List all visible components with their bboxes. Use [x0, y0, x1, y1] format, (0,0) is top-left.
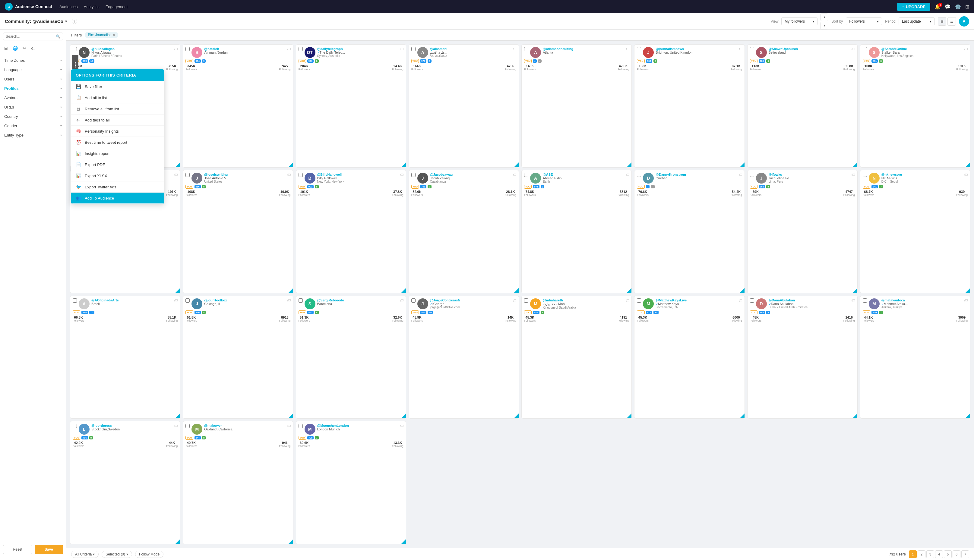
card-checkbox[interactable] — [73, 47, 77, 51]
profile-card[interactable]: M @mbahareth محد بهارث Moh... Kingdom of… — [521, 296, 632, 419]
profile-card[interactable]: D @DanaAbulaban ✓Dana Abulaban... Dubai … — [747, 296, 857, 419]
card-tag-icon[interactable]: 🏷 — [174, 173, 178, 177]
card-tag-icon[interactable]: 🏷 — [174, 424, 178, 428]
follow-mode-button[interactable]: Follow Mode — [135, 551, 163, 558]
profile-card[interactable]: S @SarahMOnline Stalker Sarah Hollywood,… — [860, 44, 971, 168]
context-menu-item-best-time-tweet[interactable]: ⏰Best time to tweet report — [71, 137, 164, 148]
filter-time-zones[interactable]: Time Zones ▾ — [0, 56, 66, 65]
card-tag-icon[interactable]: 🏷 — [400, 298, 404, 303]
card-checkbox[interactable] — [637, 173, 641, 177]
sort-desc[interactable]: ▼ — [821, 22, 828, 30]
filter-profiles[interactable]: Profiles ▾ — [0, 84, 66, 93]
card-checkbox[interactable] — [73, 298, 77, 303]
card-checkbox[interactable] — [524, 47, 528, 51]
card-checkbox[interactable] — [299, 424, 303, 428]
context-menu-item-insights-report[interactable]: 📊Insights report — [71, 148, 164, 159]
page-button-5[interactable]: 5 — [944, 550, 952, 558]
filter-language[interactable]: Language ▾ — [0, 65, 66, 75]
sort-asc[interactable]: ▲ — [821, 13, 828, 21]
card-tag-icon[interactable]: 🏷 — [625, 298, 629, 303]
card-tag-icon[interactable]: 🏷 — [174, 47, 178, 51]
card-tag-icon[interactable]: 🏷 — [625, 47, 629, 51]
card-tag-icon[interactable]: 🏷 — [739, 173, 742, 177]
page-button-1[interactable]: 1 — [909, 550, 917, 558]
card-checkbox[interactable] — [750, 47, 754, 51]
card-tag-icon[interactable]: 🏷 — [851, 173, 855, 177]
profile-card[interactable]: J @JorgeContrerasN ✓IGeorge jorge@N3xtN3… — [409, 296, 519, 419]
list-view-btn[interactable]: ☰ — [947, 17, 956, 26]
view-select[interactable]: My followers ▾ — [781, 17, 817, 25]
sort-select[interactable]: Followers ▾ — [846, 17, 882, 25]
card-checkbox[interactable] — [863, 47, 867, 51]
card-tag-icon[interactable]: 🏷 — [964, 173, 968, 177]
context-menu-item-export-twitter-ads[interactable]: 🐦Export Twitter Ads — [71, 182, 164, 193]
profile-card[interactable]: B @bataleh Amman /Jordan 🏷 YOU 934 9 345… — [183, 44, 293, 168]
card-tag-icon[interactable]: 🏷 — [400, 424, 404, 428]
context-menu-item-export-xlsx[interactable]: 📊Export XLSX — [71, 170, 164, 182]
card-tag-icon[interactable]: 🏷 — [400, 173, 404, 177]
grid-icon[interactable]: ⊞ — [965, 4, 969, 10]
nav-engagement[interactable]: Engagement — [105, 5, 128, 9]
card-tag-icon[interactable]: 🏷 — [174, 298, 178, 303]
card-tag-icon[interactable]: 🏷 — [513, 173, 516, 177]
card-checkbox[interactable] — [524, 173, 528, 177]
profile-card[interactable]: A @ASE Ahmed Eldin | ... Earth 🏷 YOU 971… — [521, 170, 632, 293]
profile-card[interactable]: J @Jacobzawaq Jacob Zawaq Casablanca 🏷 Y… — [409, 170, 519, 293]
card-checkbox[interactable] — [73, 424, 77, 428]
card-tag-icon[interactable]: 🏷 — [513, 47, 516, 51]
card-tag-icon[interactable]: 🏷 — [625, 173, 629, 177]
nav-audiences[interactable]: Audiences — [59, 5, 78, 9]
card-checkbox[interactable] — [637, 298, 641, 303]
card-tag-icon[interactable]: 🏷 — [400, 47, 404, 51]
context-menu-item-add-all-to-list[interactable]: 📋Add all to list — [71, 92, 164, 103]
card-checkbox[interactable] — [863, 298, 867, 303]
card-tag-icon[interactable]: 🏷 — [964, 298, 968, 303]
card-tag-icon[interactable]: 🏷 — [851, 298, 855, 303]
profile-card[interactable]: J @jfowks Jacqueline Fo... Lima, Peru 🏷 … — [747, 170, 857, 293]
page-button-7[interactable]: 7 — [961, 550, 969, 558]
card-checkbox[interactable] — [185, 47, 190, 51]
messages-icon[interactable]: 💬 — [945, 4, 951, 10]
card-checkbox[interactable] — [750, 298, 754, 303]
help-icon[interactable]: ? — [72, 19, 77, 24]
user-avatar[interactable]: A — [959, 16, 969, 27]
profile-card[interactable]: M @makower Oakland, California 🏷 YOU 844… — [183, 421, 293, 544]
profile-card[interactable]: M @matakanfoca ✓Mehmet Ataka... Ankara, … — [860, 296, 971, 419]
filter-users[interactable]: Users ▾ — [0, 75, 66, 84]
nav-analytics[interactable]: Analytics — [84, 5, 100, 9]
profile-card[interactable]: M @MatthewKeysLive ✓Matthew Keys Sacrame… — [634, 296, 744, 419]
filter-gender[interactable]: Gender ▾ — [0, 121, 66, 130]
filter-tag-bio[interactable]: Bio: Journalist ✕ — [85, 32, 118, 38]
profile-card[interactable]: D @DannyKronstrom Québec 🏷 YOU – – 70.6K… — [634, 170, 744, 293]
card-checkbox[interactable] — [185, 424, 190, 428]
profile-card[interactable]: A @adamsconsulting Atlanta 🏷 YOU – – 148… — [521, 44, 632, 168]
page-button-4[interactable]: 4 — [935, 550, 943, 558]
profile-card[interactable]: DT @dailytelegraph ✓The Daily Teleg... S… — [296, 44, 406, 168]
page-button-2[interactable]: 2 — [917, 550, 926, 558]
profile-card[interactable]: L @loordpress Stockholm,Sweden 🏷 YOU 786… — [70, 421, 180, 544]
profile-card[interactable]: J @journalismnews Brighton, United Kingd… — [634, 44, 744, 168]
card-tag-icon[interactable]: 🏷 — [287, 298, 291, 303]
profile-card[interactable]: J @jourrtoolbox Chicago, IL 🏷 YOU 830 8 … — [183, 296, 293, 419]
card-tag-icon[interactable]: 🏷 — [739, 47, 742, 51]
filter-avatars[interactable]: Avatars ▾ — [0, 93, 66, 102]
page-button-3[interactable]: 3 — [926, 550, 934, 558]
card-tag-icon[interactable]: 🏷 — [513, 298, 516, 303]
context-menu-item-export-pdf[interactable]: 📄Export PDF — [71, 159, 164, 170]
filter-globe-icon[interactable]: 🌐 — [12, 45, 19, 51]
filter-entity-type[interactable]: Entity Type ▾ — [0, 130, 66, 140]
card-tag-icon[interactable]: 🏷 — [287, 173, 291, 177]
community-title[interactable]: Community: @AudienseCo ▾ — [5, 19, 67, 24]
card-checkbox[interactable] — [637, 47, 641, 51]
card-tag-icon[interactable]: 🏷 — [287, 424, 291, 428]
notification-icon[interactable]: 🔔 3 — [934, 4, 941, 10]
card-checkbox[interactable] — [185, 173, 190, 177]
search-input[interactable] — [6, 34, 54, 38]
context-menu-item-add-to-audience[interactable]: 👥Add To Audience — [71, 193, 164, 204]
profile-card[interactable]: S @SergiReboredo Barcelona 🏷 YOU 841 8 5… — [296, 296, 406, 419]
profile-card[interactable]: J @joseiswriting Jose Antonio V... Unite… — [183, 170, 293, 293]
profile-card[interactable]: A @AOficinadaArte Brasil 🏷 YOU 886 10 66… — [70, 296, 180, 419]
card-checkbox[interactable] — [411, 47, 415, 51]
card-checkbox[interactable] — [863, 173, 867, 177]
profile-card[interactable]: S @ShawnUpchurch Believeland 🏷 YOU 980 6… — [747, 44, 857, 168]
